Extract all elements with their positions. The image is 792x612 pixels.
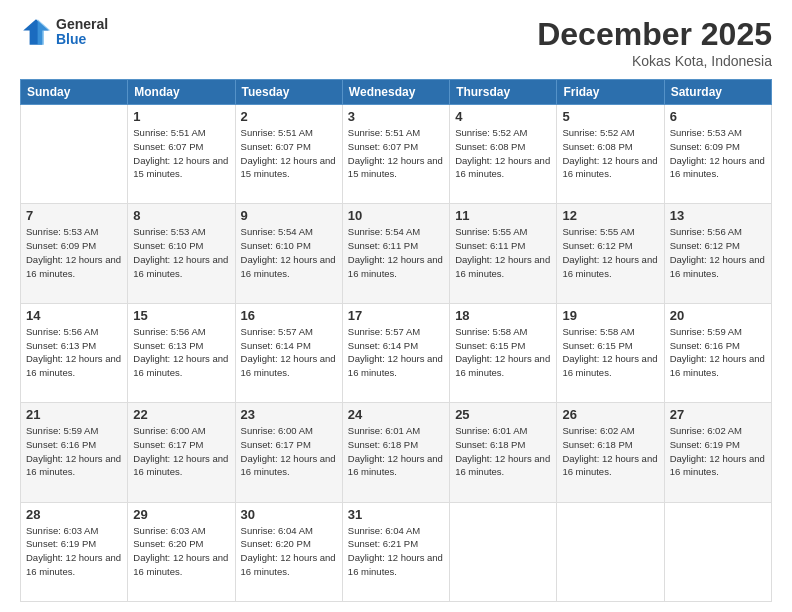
col-monday: Monday — [128, 80, 235, 105]
cell-info: Sunrise: 6:00 AMSunset: 6:17 PMDaylight:… — [241, 424, 337, 479]
title-block: December 2025 Kokas Kota, Indonesia — [537, 16, 772, 69]
cell-info: Sunrise: 6:01 AMSunset: 6:18 PMDaylight:… — [348, 424, 444, 479]
page: General Blue December 2025 Kokas Kota, I… — [0, 0, 792, 612]
cell-info: Sunrise: 6:02 AMSunset: 6:18 PMDaylight:… — [562, 424, 658, 479]
table-row: 5 Sunrise: 5:52 AMSunset: 6:08 PMDayligh… — [557, 105, 664, 204]
table-row: 17 Sunrise: 5:57 AMSunset: 6:14 PMDaylig… — [342, 303, 449, 402]
cell-info: Sunrise: 5:58 AMSunset: 6:15 PMDaylight:… — [455, 325, 551, 380]
table-row: 18 Sunrise: 5:58 AMSunset: 6:15 PMDaylig… — [450, 303, 557, 402]
cell-info: Sunrise: 6:03 AMSunset: 6:20 PMDaylight:… — [133, 524, 229, 579]
table-row: 14 Sunrise: 5:56 AMSunset: 6:13 PMDaylig… — [21, 303, 128, 402]
table-row: 16 Sunrise: 5:57 AMSunset: 6:14 PMDaylig… — [235, 303, 342, 402]
title-month: December 2025 — [537, 16, 772, 53]
calendar-week-row: 21 Sunrise: 5:59 AMSunset: 6:16 PMDaylig… — [21, 403, 772, 502]
cell-info: Sunrise: 6:02 AMSunset: 6:19 PMDaylight:… — [670, 424, 766, 479]
cell-day-number: 15 — [133, 308, 229, 323]
table-row — [21, 105, 128, 204]
cell-day-number: 17 — [348, 308, 444, 323]
cell-info: Sunrise: 6:04 AMSunset: 6:21 PMDaylight:… — [348, 524, 444, 579]
table-row: 26 Sunrise: 6:02 AMSunset: 6:18 PMDaylig… — [557, 403, 664, 502]
cell-day-number: 29 — [133, 507, 229, 522]
cell-day-number: 22 — [133, 407, 229, 422]
cell-day-number: 12 — [562, 208, 658, 223]
cell-day-number: 13 — [670, 208, 766, 223]
header: General Blue December 2025 Kokas Kota, I… — [20, 16, 772, 69]
cell-info: Sunrise: 5:55 AMSunset: 6:11 PMDaylight:… — [455, 225, 551, 280]
cell-day-number: 28 — [26, 507, 122, 522]
table-row: 25 Sunrise: 6:01 AMSunset: 6:18 PMDaylig… — [450, 403, 557, 502]
table-row: 21 Sunrise: 5:59 AMSunset: 6:16 PMDaylig… — [21, 403, 128, 502]
cell-info: Sunrise: 6:04 AMSunset: 6:20 PMDaylight:… — [241, 524, 337, 579]
cell-day-number: 23 — [241, 407, 337, 422]
table-row: 1 Sunrise: 5:51 AMSunset: 6:07 PMDayligh… — [128, 105, 235, 204]
cell-day-number: 24 — [348, 407, 444, 422]
table-row — [557, 502, 664, 601]
logo: General Blue — [20, 16, 108, 48]
cell-info: Sunrise: 5:53 AMSunset: 6:10 PMDaylight:… — [133, 225, 229, 280]
table-row: 10 Sunrise: 5:54 AMSunset: 6:11 PMDaylig… — [342, 204, 449, 303]
cell-day-number: 18 — [455, 308, 551, 323]
table-row: 9 Sunrise: 5:54 AMSunset: 6:10 PMDayligh… — [235, 204, 342, 303]
table-row: 11 Sunrise: 5:55 AMSunset: 6:11 PMDaylig… — [450, 204, 557, 303]
cell-info: Sunrise: 5:56 AMSunset: 6:12 PMDaylight:… — [670, 225, 766, 280]
cell-day-number: 31 — [348, 507, 444, 522]
cell-day-number: 20 — [670, 308, 766, 323]
svg-marker-1 — [38, 19, 51, 45]
table-row: 20 Sunrise: 5:59 AMSunset: 6:16 PMDaylig… — [664, 303, 771, 402]
cell-info: Sunrise: 6:03 AMSunset: 6:19 PMDaylight:… — [26, 524, 122, 579]
cell-day-number: 2 — [241, 109, 337, 124]
col-friday: Friday — [557, 80, 664, 105]
cell-info: Sunrise: 6:01 AMSunset: 6:18 PMDaylight:… — [455, 424, 551, 479]
cell-info: Sunrise: 5:56 AMSunset: 6:13 PMDaylight:… — [133, 325, 229, 380]
cell-info: Sunrise: 5:59 AMSunset: 6:16 PMDaylight:… — [26, 424, 122, 479]
cell-day-number: 8 — [133, 208, 229, 223]
logo-icon — [20, 16, 52, 48]
cell-day-number: 16 — [241, 308, 337, 323]
table-row: 19 Sunrise: 5:58 AMSunset: 6:15 PMDaylig… — [557, 303, 664, 402]
table-row: 29 Sunrise: 6:03 AMSunset: 6:20 PMDaylig… — [128, 502, 235, 601]
table-row: 2 Sunrise: 5:51 AMSunset: 6:07 PMDayligh… — [235, 105, 342, 204]
table-row: 30 Sunrise: 6:04 AMSunset: 6:20 PMDaylig… — [235, 502, 342, 601]
calendar-week-row: 1 Sunrise: 5:51 AMSunset: 6:07 PMDayligh… — [21, 105, 772, 204]
cell-info: Sunrise: 5:53 AMSunset: 6:09 PMDaylight:… — [670, 126, 766, 181]
cell-day-number: 7 — [26, 208, 122, 223]
table-row: 22 Sunrise: 6:00 AMSunset: 6:17 PMDaylig… — [128, 403, 235, 502]
cell-day-number: 4 — [455, 109, 551, 124]
col-sunday: Sunday — [21, 80, 128, 105]
calendar-week-row: 14 Sunrise: 5:56 AMSunset: 6:13 PMDaylig… — [21, 303, 772, 402]
table-row: 8 Sunrise: 5:53 AMSunset: 6:10 PMDayligh… — [128, 204, 235, 303]
cell-info: Sunrise: 5:51 AMSunset: 6:07 PMDaylight:… — [241, 126, 337, 181]
table-row: 4 Sunrise: 5:52 AMSunset: 6:08 PMDayligh… — [450, 105, 557, 204]
cell-info: Sunrise: 5:54 AMSunset: 6:10 PMDaylight:… — [241, 225, 337, 280]
cell-info: Sunrise: 5:57 AMSunset: 6:14 PMDaylight:… — [348, 325, 444, 380]
cell-day-number: 11 — [455, 208, 551, 223]
svg-marker-0 — [23, 19, 49, 45]
table-row: 28 Sunrise: 6:03 AMSunset: 6:19 PMDaylig… — [21, 502, 128, 601]
cell-day-number: 30 — [241, 507, 337, 522]
cell-day-number: 27 — [670, 407, 766, 422]
cell-day-number: 25 — [455, 407, 551, 422]
cell-info: Sunrise: 5:54 AMSunset: 6:11 PMDaylight:… — [348, 225, 444, 280]
cell-info: Sunrise: 5:52 AMSunset: 6:08 PMDaylight:… — [562, 126, 658, 181]
cell-day-number: 1 — [133, 109, 229, 124]
cell-info: Sunrise: 5:55 AMSunset: 6:12 PMDaylight:… — [562, 225, 658, 280]
calendar-table: Sunday Monday Tuesday Wednesday Thursday… — [20, 79, 772, 602]
calendar-week-row: 7 Sunrise: 5:53 AMSunset: 6:09 PMDayligh… — [21, 204, 772, 303]
table-row — [450, 502, 557, 601]
col-thursday: Thursday — [450, 80, 557, 105]
cell-info: Sunrise: 5:56 AMSunset: 6:13 PMDaylight:… — [26, 325, 122, 380]
logo-general: General — [56, 17, 108, 32]
table-row: 15 Sunrise: 5:56 AMSunset: 6:13 PMDaylig… — [128, 303, 235, 402]
cell-info: Sunrise: 5:57 AMSunset: 6:14 PMDaylight:… — [241, 325, 337, 380]
cell-info: Sunrise: 5:52 AMSunset: 6:08 PMDaylight:… — [455, 126, 551, 181]
table-row: 6 Sunrise: 5:53 AMSunset: 6:09 PMDayligh… — [664, 105, 771, 204]
logo-blue: Blue — [56, 32, 108, 47]
header-row: Sunday Monday Tuesday Wednesday Thursday… — [21, 80, 772, 105]
cell-day-number: 9 — [241, 208, 337, 223]
cell-day-number: 6 — [670, 109, 766, 124]
title-location: Kokas Kota, Indonesia — [537, 53, 772, 69]
table-row: 31 Sunrise: 6:04 AMSunset: 6:21 PMDaylig… — [342, 502, 449, 601]
cell-info: Sunrise: 5:53 AMSunset: 6:09 PMDaylight:… — [26, 225, 122, 280]
table-row: 7 Sunrise: 5:53 AMSunset: 6:09 PMDayligh… — [21, 204, 128, 303]
cell-info: Sunrise: 5:51 AMSunset: 6:07 PMDaylight:… — [348, 126, 444, 181]
